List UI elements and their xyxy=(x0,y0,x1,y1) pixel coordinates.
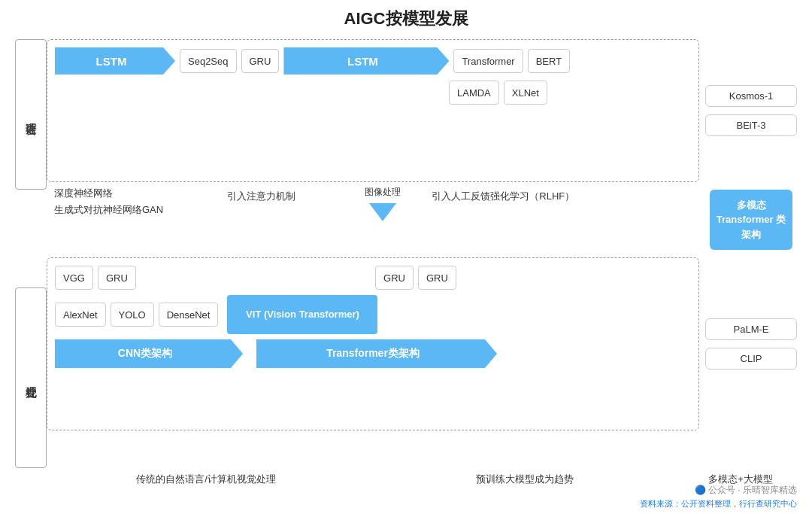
annotation-gan: 生成式对抗神经网络GAN xyxy=(54,203,163,217)
vis-label: 视觉处理 xyxy=(15,287,47,468)
lstm-arrow1: LSTM xyxy=(55,47,175,75)
annotation-deep-net: 深度神经网络 xyxy=(54,187,163,200)
transformer-arrow: Transformer类架构 xyxy=(256,339,497,368)
right-models: Kosmos-1 BEiT-3 多模态 Transformer 类架构 PaLM… xyxy=(699,39,797,468)
down-arrow-icon xyxy=(369,203,396,221)
densenet-box: DenseNet xyxy=(159,303,219,327)
left-labels: 语言处理 视觉处理 xyxy=(15,39,47,468)
palm-box: PaLM-E xyxy=(705,318,797,340)
vis-row2: AlexNet YOLO DenseNet VIT (Vision Transf… xyxy=(55,295,691,334)
bottom-label2: 预训练大模型成为趋势 xyxy=(365,473,684,486)
middle-annotations: 深度神经网络 生成式对抗神经网络GAN 引入注意力机制 图像处理 引入人工反馈强… xyxy=(47,182,699,257)
footer-source: 资料来源：公开资料整理，行行查研究中心 xyxy=(640,498,797,509)
wechat-icon: 🔵 xyxy=(695,485,706,495)
yolo-box: YOLO xyxy=(111,303,154,327)
annotation-attention: 引入注意力机制 xyxy=(227,190,295,203)
diagram-area: LSTM Seq2Seq GRU LSTM Transformer BERT L… xyxy=(47,39,699,468)
footer: 🔵 公众号 · 乐晴智库精选 资料来源：公开资料整理，行行查研究中心 xyxy=(640,484,797,509)
main-container: AIGC按模型发展 语言处理 视觉处理 LSTM Seq2Seq GRU LST… xyxy=(0,0,812,514)
alexnet-box: AlexNet xyxy=(55,303,106,327)
beit-box: BEiT-3 xyxy=(705,114,797,136)
content-area: 语言处理 视觉处理 LSTM Seq2Seq GRU LSTM Transfor… xyxy=(15,39,797,468)
lang-row2: LAMDA XLNet xyxy=(55,81,691,105)
right-top-models: Kosmos-1 BEiT-3 xyxy=(705,39,797,182)
gru1-box: GRU xyxy=(241,49,280,73)
lang-section: LSTM Seq2Seq GRU LSTM Transformer BERT L… xyxy=(47,39,699,182)
kosmos-box: Kosmos-1 xyxy=(705,85,797,107)
footer-wechat: 🔵 公众号 · 乐晴智库精选 xyxy=(640,484,797,497)
annotation-rlhf: 引入人工反馈强化学习（RLHF） xyxy=(432,190,574,203)
cnn-arrow: CNN类架构 xyxy=(55,339,243,368)
seq2seq-box: Seq2Seq xyxy=(180,49,237,73)
vgg-box: VGG xyxy=(55,266,93,290)
vis-section: VGG GRU GRU GRU AlexNet YOLO DenseNet VI… xyxy=(47,257,699,430)
vis-row1: VGG GRU GRU GRU xyxy=(55,266,691,290)
right-multi-wrapper: 多模态 Transformer 类架构 xyxy=(705,182,797,257)
gru-vis2-box: GRU xyxy=(375,266,414,290)
vit-box: VIT (Vision Transformer) xyxy=(227,295,377,334)
lamda-box: LAMDA xyxy=(449,81,499,105)
lstm-arrow2: LSTM xyxy=(283,47,449,75)
gru-vis3-box: GRU xyxy=(418,266,456,290)
transformer-box: Transformer xyxy=(453,49,523,73)
multi-transformer-box: 多模态 Transformer 类架构 xyxy=(710,190,792,250)
bert-box: BERT xyxy=(528,49,570,73)
lang-row1: LSTM Seq2Seq GRU LSTM Transformer BERT xyxy=(55,47,691,75)
page-title: AIGC按模型发展 xyxy=(15,8,797,30)
vis-row3: CNN类架构 Transformer类架构 xyxy=(55,339,691,368)
xlnet-box: XLNet xyxy=(504,81,547,105)
bottom-label1: 传统的自然语言/计算机视觉处理 xyxy=(47,473,365,486)
right-vis-models: PaLM-E CLIP xyxy=(705,257,797,430)
lang-label: 语言处理 xyxy=(15,39,47,190)
clip-box: CLIP xyxy=(705,348,797,370)
gru-vis1-box: GRU xyxy=(98,266,136,290)
annotation-image: 图像处理 xyxy=(365,187,401,199)
